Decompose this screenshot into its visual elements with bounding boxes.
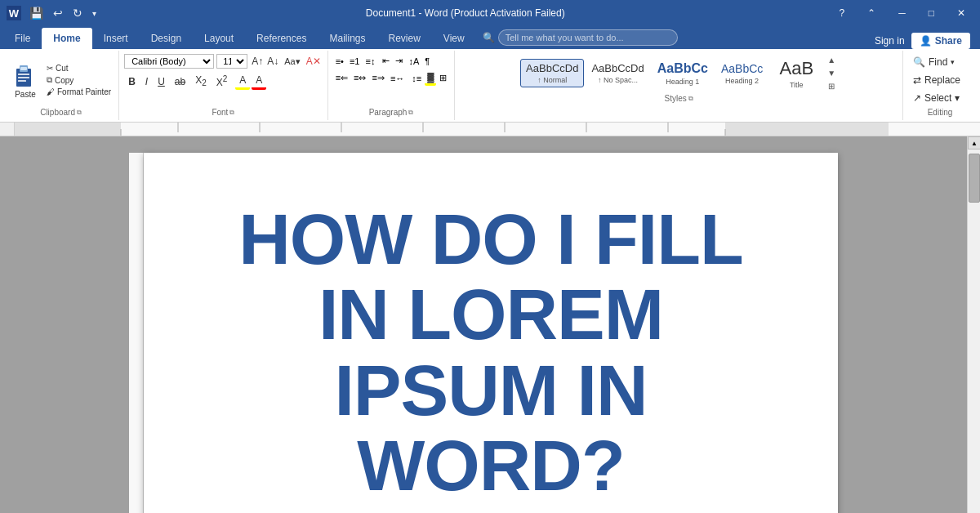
- format-painter-button[interactable]: 🖌 Format Painter: [44, 87, 114, 97]
- format-painter-icon: 🖌: [47, 87, 55, 96]
- strikethrough-button[interactable]: ab: [171, 74, 189, 89]
- tab-references[interactable]: References: [245, 28, 318, 49]
- paragraph-group-label: Paragraph ⧉: [369, 108, 414, 117]
- save-button[interactable]: 💾: [26, 5, 47, 21]
- clear-formatting-button[interactable]: A✕: [305, 56, 323, 67]
- share-button[interactable]: 👤 Share: [911, 33, 970, 49]
- redo-button[interactable]: ↻: [69, 5, 86, 21]
- close-button[interactable]: ✕: [949, 4, 973, 22]
- svg-rect-3: [18, 74, 29, 75]
- subscript-button[interactable]: X2: [191, 73, 211, 89]
- minimize-button[interactable]: ─: [890, 4, 914, 22]
- undo-button[interactable]: ↩: [50, 5, 66, 21]
- sort-button[interactable]: ↕A: [406, 55, 421, 68]
- numbering-button[interactable]: ≡1: [347, 55, 363, 68]
- paragraph-expand-icon[interactable]: ⧉: [408, 109, 413, 117]
- doc-scroll-area: How do I fill in Lorem Ipsum in Word? ▲ …: [0, 136, 980, 513]
- scroll-up-button[interactable]: ▲: [968, 136, 980, 149]
- increase-indent-button[interactable]: ⇥: [393, 54, 405, 68]
- copy-button[interactable]: ⧉ Copy: [44, 74, 114, 86]
- separator: [233, 76, 234, 87]
- styles-expand-icon[interactable]: ⧉: [688, 95, 693, 103]
- tab-home[interactable]: Home: [42, 28, 91, 49]
- show-formatting-button[interactable]: ¶: [422, 55, 432, 68]
- tab-file[interactable]: File: [3, 28, 42, 49]
- editing-group-label: Editing: [928, 108, 953, 117]
- help-icon[interactable]: ?: [831, 4, 853, 22]
- horizontal-ruler: [15, 123, 980, 136]
- increase-font-size-button[interactable]: A↑: [250, 56, 265, 67]
- tab-view[interactable]: View: [432, 28, 476, 49]
- decrease-font-size-button[interactable]: A↓: [265, 56, 280, 67]
- font-size-select[interactable]: 11: [216, 54, 247, 69]
- style-title[interactable]: AaB Title: [770, 55, 822, 92]
- replace-button[interactable]: ⇄ Replace: [908, 72, 972, 88]
- title-bar-left: W 💾 ↩ ↻ ▾: [7, 5, 100, 21]
- font-family-select[interactable]: Calibri (Body): [124, 54, 214, 69]
- text-highlight-button[interactable]: A: [235, 73, 250, 90]
- align-center-button[interactable]: ≡⇔: [351, 71, 368, 85]
- vertical-scrollbar[interactable]: ▲ ▼: [967, 136, 980, 513]
- line-spacing-button[interactable]: ↕≡: [409, 72, 424, 85]
- tab-insert[interactable]: Insert: [92, 28, 140, 49]
- shading-button[interactable]: ▓: [425, 70, 436, 86]
- clipboard-expand-icon[interactable]: ⧉: [77, 109, 82, 117]
- styles-scroll-buttons: ▲ ▼ ⊞: [826, 54, 837, 92]
- scroll-thumb[interactable]: [969, 154, 980, 203]
- ribbon-toggle-button[interactable]: ⌃: [859, 4, 884, 22]
- ribbon-content: Paste ✂ Cut ⧉ Copy 🖌 Format Painter Cli: [0, 49, 980, 123]
- tab-mailings[interactable]: Mailings: [318, 28, 376, 49]
- alignment-row: ≡⇐ ≡⇔ ≡⇒ ≡↔ ↕≡ ▓ ⊞: [333, 70, 450, 86]
- bold-button[interactable]: B: [124, 74, 140, 89]
- tab-design[interactable]: Design: [140, 28, 193, 49]
- scroll-track[interactable]: [968, 149, 980, 513]
- style-no-spacing[interactable]: AaBbCcDd ↑ No Spac...: [586, 59, 649, 87]
- customize-quick-access-button[interactable]: ▾: [89, 7, 100, 20]
- separator: [408, 73, 408, 84]
- content-area: How do I fill in Lorem Ipsum in Word? ▲ …: [0, 123, 980, 513]
- title-bar: W 💾 ↩ ↻ ▾ Document1 - Word (Product Acti…: [0, 0, 980, 26]
- tab-layout[interactable]: Layout: [193, 28, 245, 49]
- font-expand-icon[interactable]: ⧉: [229, 109, 234, 117]
- bullets-button[interactable]: ≡•: [333, 55, 346, 68]
- restore-button[interactable]: □: [920, 4, 942, 22]
- svg-rect-2: [20, 67, 27, 70]
- style-heading-2[interactable]: AaBbCc Heading 2: [715, 59, 768, 88]
- decrease-indent-button[interactable]: ⇤: [380, 54, 392, 68]
- align-right-button[interactable]: ≡⇒: [370, 71, 387, 85]
- copy-icon: ⧉: [47, 75, 52, 85]
- style-normal[interactable]: AaBbCcDd ↑ Normal: [520, 59, 584, 87]
- tab-review[interactable]: Review: [376, 28, 431, 49]
- search-input[interactable]: [498, 29, 678, 46]
- styles-scroll-down-button[interactable]: ▼: [826, 67, 837, 79]
- underline-button[interactable]: U: [154, 74, 169, 89]
- page-heading: How do I fill in Lorem Ipsum in Word?: [209, 202, 773, 504]
- svg-rect-7: [15, 123, 121, 136]
- vertical-ruler: [129, 153, 144, 513]
- change-case-button[interactable]: Aa▾: [283, 56, 301, 67]
- select-button[interactable]: ↗ Select ▾: [908, 90, 972, 106]
- font-family-row: Calibri (Body) 11 A↑ A↓ Aa▾ A✕: [124, 54, 323, 69]
- borders-button[interactable]: ⊞: [437, 71, 449, 85]
- styles-expand-button[interactable]: ⊞: [826, 80, 837, 92]
- align-left-button[interactable]: ≡⇐: [333, 71, 350, 85]
- paragraph-group: ≡• ≡1 ≡↕ ⇤ ⇥ ↕A ¶ ≡⇐ ≡⇔ ≡⇒ ≡↔ ↕≡ ▓ ⊞ Par…: [328, 51, 456, 120]
- multilevel-list-button[interactable]: ≡↕: [363, 55, 377, 68]
- styles-content: AaBbCcDd ↑ Normal AaBbCcDd ↑ No Spac... …: [520, 54, 837, 92]
- document-page[interactable]: How do I fill in Lorem Ipsum in Word?: [144, 153, 838, 513]
- search-bar: 🔍: [483, 29, 868, 46]
- styles-scroll-up-button[interactable]: ▲: [826, 54, 837, 66]
- superscript-button[interactable]: X2: [212, 73, 232, 90]
- find-button[interactable]: 🔍 Find ▾: [908, 54, 972, 70]
- cut-button[interactable]: ✂ Cut: [44, 63, 114, 74]
- style-heading-1[interactable]: AaBbCc Heading 1: [652, 58, 714, 89]
- font-color-button[interactable]: A: [252, 73, 266, 90]
- font-group: Calibri (Body) 11 A↑ A↓ Aa▾ A✕ B I U ab …: [119, 51, 328, 120]
- app-icon: W: [7, 6, 21, 20]
- justify-button[interactable]: ≡↔: [388, 72, 407, 85]
- ruler-svg: [15, 123, 980, 136]
- clipboard-mini-buttons: ✂ Cut ⧉ Copy 🖌 Format Painter: [44, 63, 114, 97]
- sign-in-button[interactable]: Sign in: [875, 35, 905, 47]
- paste-button[interactable]: Paste: [8, 59, 42, 102]
- italic-button[interactable]: I: [141, 74, 152, 89]
